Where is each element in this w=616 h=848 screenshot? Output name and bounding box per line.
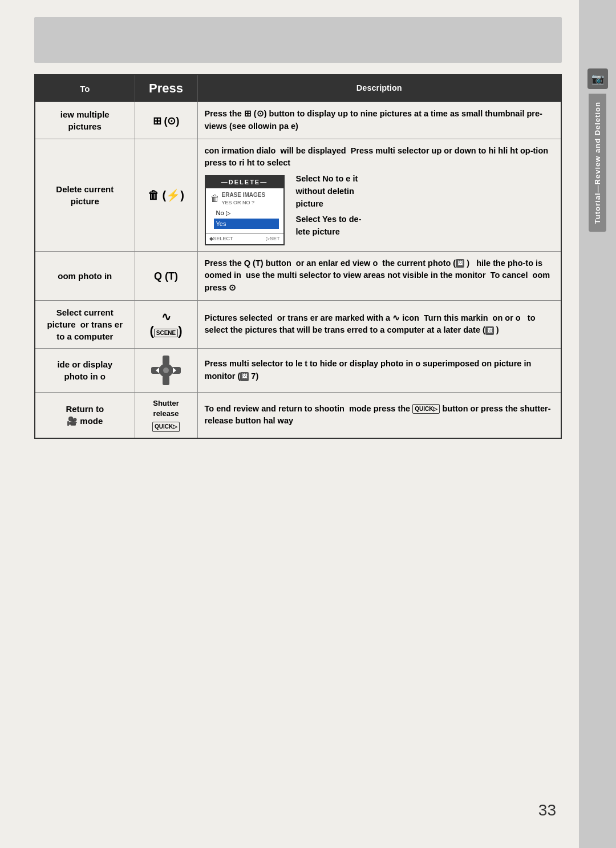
- svg-point-7: [163, 368, 169, 373]
- img-ref: 🖼: [456, 259, 464, 268]
- page-wrapper: To Press Description iew multiplepicture…: [0, 0, 616, 848]
- row1-to: iew multiplepictures: [35, 102, 135, 139]
- dialog-footer: ◆SELECT ▷SET: [206, 233, 283, 244]
- zoom-icon: Q (T): [154, 270, 178, 282]
- delete-side-text: Select No to e itwithout deletinpicture …: [296, 173, 362, 239]
- header-to: To: [35, 75, 135, 102]
- shutter-press-block: Shutterrelease QUICK▷: [142, 398, 191, 432]
- img-ref2: 🖼: [485, 326, 494, 336]
- row2-to: Delete currentpicture: [35, 139, 135, 251]
- scene-wave-icon: ∿: [142, 310, 191, 324]
- yn-label: YES OR NO ?: [222, 199, 266, 207]
- sidebar-tab-label: Tutorial—Review and Deletion: [589, 94, 606, 232]
- option-yes[interactable]: Yes: [214, 219, 279, 229]
- scene-icon: SCENE: [154, 329, 178, 337]
- bottom-area: 33: [34, 439, 562, 831]
- table-row: iew multiplepictures ⊞ (⊙) Press the ⊞ (…: [35, 102, 561, 139]
- shutter-label: Shutterrelease: [142, 398, 191, 419]
- svg-rect-4: [163, 376, 169, 385]
- row5-desc: Press multi selector to le t to hide or …: [197, 348, 561, 392]
- option-no[interactable]: No ▷: [214, 208, 279, 219]
- trash-icon: 🗑: [210, 192, 220, 205]
- table-row: ide or displayphoto in o: [35, 348, 561, 392]
- delete-dialog: —DELETE— 🗑 ERASE IMAGES YES OR NO ?: [205, 175, 285, 245]
- row1-press: ⊞ (⊙): [135, 102, 197, 139]
- dialog-options: No ▷ Yes: [214, 208, 279, 229]
- row1-desc: Press the ⊞ (⊙) button to display up to …: [197, 102, 561, 139]
- header-press: Press: [135, 75, 197, 102]
- table-row: Select currentpicture or trans erto a co…: [35, 300, 561, 348]
- dpad-icon: [150, 354, 182, 386]
- row3-to: oom photo in: [35, 251, 135, 300]
- row2-press: 🗑 (⚡): [135, 139, 197, 251]
- quick-button: QUICK▷: [152, 422, 180, 432]
- row5-to: ide or displayphoto in o: [35, 348, 135, 392]
- svg-rect-3: [163, 356, 169, 365]
- main-content: To Press Description iew multiplepicture…: [0, 0, 579, 848]
- sidebar: 📷 Tutorial—Review and Deletion: [579, 0, 616, 848]
- dialog-title: —DELETE—: [206, 176, 283, 188]
- footer-select: ◆SELECT: [209, 235, 233, 243]
- row2-desc: con irmation dialo will be displayed Pre…: [197, 139, 561, 251]
- table-row: oom photo in Q (T) Press the Q (T) butto…: [35, 251, 561, 300]
- row3-press: Q (T): [135, 251, 197, 300]
- row5-press: [135, 348, 197, 392]
- row4-to: Select currentpicture or trans erto a co…: [35, 300, 135, 348]
- row4-press: ∿ (SCENE): [135, 300, 197, 348]
- row6-press: Shutterrelease QUICK▷: [135, 392, 197, 438]
- sidebar-camera-icon: 📷: [587, 68, 608, 89]
- top-gray-bar: [34, 17, 562, 63]
- header-description: Description: [197, 75, 561, 102]
- img-ref3: 🖼: [240, 372, 249, 381]
- table-row: Delete currentpicture 🗑 (⚡) con irmation…: [35, 139, 561, 251]
- thumbnail-icon: ⊞ (⊙): [153, 115, 180, 127]
- erase-label: ERASE IMAGES: [222, 191, 266, 199]
- row6-to: Return to🎥 mode: [35, 392, 135, 438]
- row6-desc: To end review and return to shootin mode…: [197, 392, 561, 438]
- row3-desc: Press the Q (T) button or an enlar ed vi…: [197, 251, 561, 300]
- table-row: Return to🎥 mode Shutterrelease QUICK▷ To…: [35, 392, 561, 438]
- delete-icon: 🗑 (⚡): [148, 189, 184, 201]
- reference-table: To Press Description iew multiplepicture…: [34, 74, 562, 439]
- quick-inline-icon: QUICK▷: [412, 404, 440, 414]
- footer-set: ▷SET: [266, 235, 280, 243]
- row4-desc: Pictures selected or trans er are marked…: [197, 300, 561, 348]
- page-number: 33: [538, 801, 556, 819]
- dialog-body: 🗑 ERASE IMAGES YES OR NO ? No ▷ Yes: [206, 188, 283, 232]
